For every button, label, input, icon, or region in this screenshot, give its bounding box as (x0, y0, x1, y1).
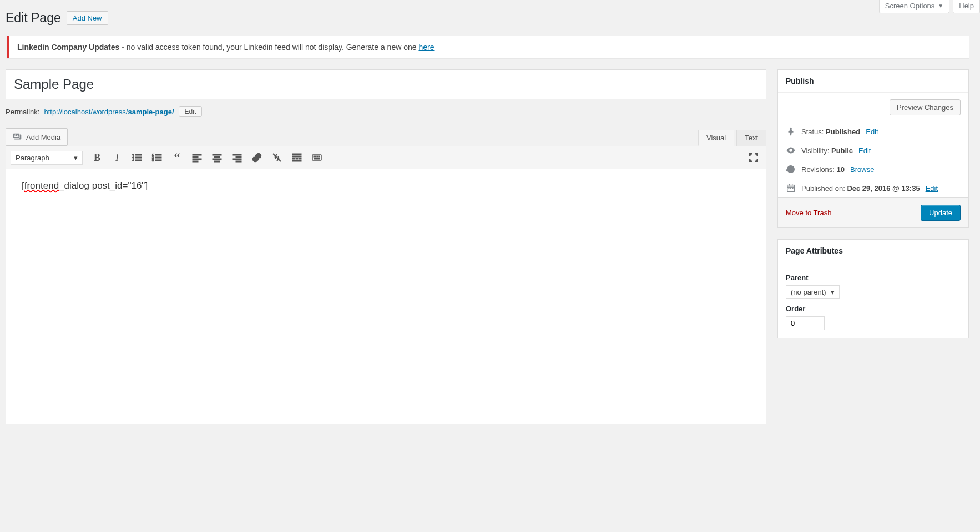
move-to-trash-link[interactable]: Move to Trash (786, 209, 831, 217)
edit-permalink-button[interactable]: Edit (179, 106, 203, 117)
numbered-list-button[interactable]: 123 (149, 150, 165, 165)
link-icon (251, 152, 262, 163)
publish-box: Publish Preview Changes Status: Publishe… (777, 69, 969, 228)
revisions-icon (786, 164, 796, 174)
error-notice: Linkedin Company Updates - no valid acce… (7, 36, 969, 58)
chevron-down-icon: ▼ (938, 3, 943, 9)
align-left-icon (191, 152, 203, 163)
align-center-icon (211, 152, 223, 163)
svg-rect-1 (135, 154, 142, 155)
align-center-button[interactable] (209, 150, 225, 165)
svg-rect-12 (193, 154, 201, 155)
svg-rect-34 (317, 156, 318, 157)
svg-rect-15 (193, 161, 198, 162)
align-left-button[interactable] (189, 150, 205, 165)
svg-rect-27 (292, 158, 295, 159)
svg-rect-5 (135, 160, 142, 161)
svg-rect-3 (135, 157, 142, 158)
page-title: Edit Page (6, 6, 61, 28)
pin-icon (786, 126, 796, 136)
svg-rect-32 (314, 156, 315, 157)
svg-rect-35 (319, 156, 320, 157)
svg-text:3: 3 (152, 159, 154, 162)
editor-content-area[interactable]: [frontend_dialog post_id="16"] (6, 169, 766, 424)
unlink-icon (271, 152, 282, 163)
parent-select[interactable]: (no parent) ▾ (786, 285, 840, 299)
numbered-list-icon: 123 (151, 152, 163, 163)
chevron-down-icon: ▾ (74, 154, 78, 162)
browse-revisions-link[interactable]: Browse (850, 165, 874, 174)
svg-rect-20 (233, 154, 241, 155)
parent-label: Parent (786, 273, 961, 282)
screen-options-button[interactable]: Screen Options ▼ (879, 0, 950, 13)
edit-visibility-link[interactable]: Edit (858, 146, 871, 155)
svg-rect-42 (789, 188, 790, 189)
svg-rect-7 (155, 154, 161, 155)
unlink-button[interactable] (269, 150, 285, 165)
italic-button[interactable]: I (109, 150, 125, 165)
svg-rect-16 (213, 154, 221, 155)
fullscreen-button[interactable] (746, 150, 761, 165)
svg-point-4 (133, 160, 134, 161)
link-button[interactable] (249, 150, 265, 165)
order-label: Order (786, 305, 961, 313)
svg-rect-13 (193, 156, 198, 158)
post-title-input[interactable] (6, 69, 766, 99)
keyboard-icon (311, 152, 322, 163)
align-right-icon (231, 152, 243, 163)
svg-rect-30 (292, 160, 301, 161)
help-button[interactable]: Help (953, 0, 980, 13)
svg-rect-19 (214, 161, 220, 162)
tab-text[interactable]: Text (736, 130, 766, 146)
notice-bold: Linkedin Company Updates - (17, 43, 124, 52)
preview-changes-button[interactable]: Preview Changes (890, 99, 961, 115)
help-label: Help (959, 2, 974, 10)
read-more-button[interactable] (289, 150, 305, 165)
svg-rect-28 (296, 158, 298, 159)
svg-rect-25 (292, 154, 301, 155)
screen-options-label: Screen Options (885, 2, 935, 10)
svg-point-0 (133, 154, 134, 156)
edit-published-link[interactable]: Edit (926, 184, 938, 192)
align-right-button[interactable] (229, 150, 245, 165)
svg-rect-14 (193, 159, 201, 160)
permalink-link[interactable]: http://localhost/wordpress/sample-page/ (44, 108, 174, 116)
svg-rect-26 (292, 156, 301, 157)
order-input[interactable] (786, 316, 825, 330)
bullet-list-icon (132, 152, 143, 163)
page-attributes-heading: Page Attributes (778, 240, 968, 262)
format-select[interactable]: Paragraph ▾ (11, 151, 83, 165)
add-media-label: Add Media (26, 133, 60, 141)
add-new-button[interactable]: Add New (67, 11, 108, 25)
add-media-button[interactable]: Add Media (6, 128, 68, 146)
edit-status-link[interactable]: Edit (866, 128, 878, 136)
blockquote-button[interactable]: “ (169, 150, 185, 165)
tab-visual[interactable]: Visual (698, 130, 734, 146)
svg-rect-22 (233, 159, 241, 160)
svg-rect-9 (155, 157, 161, 158)
fullscreen-icon (748, 152, 759, 163)
page-attributes-box: Page Attributes Parent (no parent) ▾ Ord… (777, 239, 969, 338)
svg-point-2 (133, 157, 134, 159)
eye-icon (786, 145, 796, 155)
bullet-list-button[interactable] (129, 150, 145, 165)
svg-rect-33 (315, 156, 316, 157)
calendar-icon (786, 183, 796, 193)
notice-link[interactable]: here (418, 43, 434, 52)
bold-button[interactable]: B (89, 150, 105, 165)
svg-rect-11 (155, 160, 161, 161)
chevron-down-icon: ▾ (831, 288, 835, 296)
read-more-icon (291, 152, 302, 163)
permalink-label: Permalink: (6, 108, 39, 116)
svg-rect-29 (299, 158, 301, 159)
publish-heading: Publish (778, 70, 968, 93)
media-icon (13, 132, 23, 142)
toolbar-toggle-button[interactable] (309, 150, 325, 165)
svg-rect-21 (236, 156, 241, 158)
svg-rect-17 (214, 156, 220, 158)
svg-rect-44 (792, 188, 794, 189)
svg-rect-23 (236, 161, 241, 162)
update-button[interactable]: Update (921, 205, 961, 221)
text-cursor (148, 181, 148, 192)
svg-rect-36 (314, 158, 320, 159)
